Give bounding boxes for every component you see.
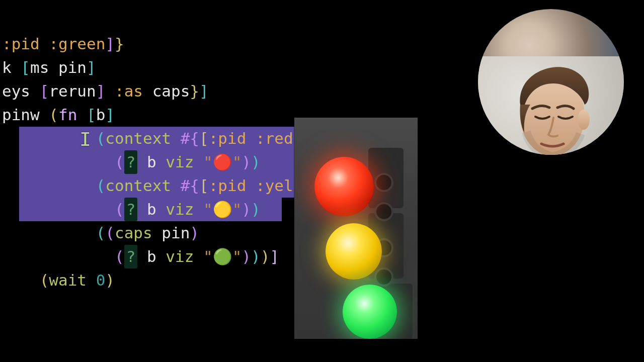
code-token: "	[203, 153, 213, 171]
code-token	[194, 247, 203, 265]
code-line[interactable]: (? b viz "🟡"))	[0, 198, 340, 221]
code-token	[143, 82, 152, 100]
code-token: [	[199, 176, 209, 195]
code-token: ms pin	[30, 58, 87, 76]
code-token: caps	[152, 82, 190, 100]
code-token: viz	[166, 153, 194, 171]
code-token: pin	[162, 224, 190, 242]
code-token: context	[105, 176, 171, 195]
code-token	[40, 35, 49, 53]
unknown-fn-marker: ?	[124, 245, 138, 268]
code-token: ]	[199, 82, 209, 100]
svg-point-3	[578, 110, 590, 130]
code-editor[interactable]: :pid :green]}k [ms pin]eys [rerun] :as c…	[0, 0, 644, 362]
code-token: (	[96, 176, 106, 195]
code-line[interactable]: k [ms pin]	[0, 56, 340, 79]
code-token: fn	[58, 106, 77, 124]
code-line[interactable]: (context #{[:pid :yellow]}	[0, 174, 340, 198]
code-token: )	[251, 153, 261, 171]
code-token: )	[105, 271, 115, 289]
code-line[interactable]: (? b viz "🔴"))	[0, 150, 340, 174]
code-token: b	[137, 153, 166, 171]
code-token	[77, 106, 87, 124]
code-token: (	[49, 106, 58, 124]
code-line[interactable]: (wait 0)	[0, 268, 340, 292]
code-token: "	[203, 247, 213, 265]
code-token: }	[115, 35, 124, 53]
code-token	[152, 224, 162, 242]
code-token: [	[87, 106, 96, 124]
code-token: )	[251, 200, 261, 218]
code-token: ]	[87, 58, 96, 76]
led-yellow-icon	[326, 223, 382, 280]
code-token: context	[105, 129, 171, 147]
code-token: #{	[181, 176, 199, 195]
code-token: (	[115, 247, 124, 265]
code-token: "	[203, 200, 213, 218]
code-token: "	[232, 200, 242, 218]
code-token: )	[242, 200, 251, 218]
code-token: )	[190, 224, 199, 242]
code-token: 0	[96, 271, 106, 289]
emoji-icon: 🔴	[213, 153, 232, 171]
code-token: viz	[166, 247, 194, 265]
code-token: (	[40, 271, 49, 289]
code-token: caps	[115, 224, 152, 242]
code-token: ]	[105, 106, 115, 124]
code-token: }	[190, 82, 199, 100]
code-token	[246, 176, 256, 195]
code-token: [	[40, 82, 49, 100]
code-token	[171, 129, 181, 147]
code-token: [	[199, 129, 209, 147]
code-token: ]	[270, 247, 279, 265]
presenter-webcam	[478, 9, 624, 155]
code-line[interactable]: (? b viz "🟢")))]	[0, 245, 340, 268]
code-token: b	[137, 200, 166, 218]
code-token: wait	[49, 271, 87, 289]
code-token: :green	[49, 35, 105, 53]
code-token: "	[232, 247, 242, 265]
code-token: rerun	[49, 82, 96, 100]
code-token	[194, 200, 203, 218]
emoji-icon: 🟡	[213, 200, 232, 219]
code-token: :pid	[209, 129, 247, 147]
code-token: "	[232, 153, 242, 171]
code-token	[194, 153, 203, 171]
code-token: #{	[181, 129, 199, 147]
led-red-icon	[314, 157, 374, 216]
code-token	[171, 176, 181, 195]
code-token: ]	[96, 82, 106, 100]
code-line[interactable]: (context #{[:pid :red]}	[0, 127, 340, 150]
code-line[interactable]: eys [rerun] :as caps}]	[0, 79, 340, 103]
code-token: )	[242, 153, 251, 171]
code-token: )	[242, 247, 251, 265]
code-token: b	[137, 247, 166, 265]
traffic-light-photo	[294, 118, 418, 339]
code-line[interactable]: :pid :green]}	[0, 32, 340, 56]
code-token: ]	[105, 35, 115, 53]
code-token: (	[96, 129, 106, 147]
code-token: (	[115, 153, 124, 171]
code-token: [	[21, 58, 30, 76]
code-line[interactable]: pinw (fn [b]	[0, 103, 340, 127]
code-line[interactable]: ((caps pin)	[0, 221, 340, 245]
code-token: )	[261, 247, 270, 265]
code-token	[105, 82, 115, 100]
text-cursor-icon: 𝙸	[79, 128, 91, 151]
code-token: :as	[115, 82, 143, 100]
code-token: (	[96, 224, 106, 242]
code-token: :pid	[209, 176, 247, 195]
code-token: (	[115, 200, 124, 218]
code-token: b	[96, 106, 106, 124]
emoji-icon: 🟢	[213, 247, 232, 266]
code-token: )	[251, 247, 261, 265]
code-token	[246, 129, 256, 147]
code-token: viz	[166, 200, 194, 218]
code-token	[87, 271, 96, 289]
led-green-icon	[343, 285, 397, 339]
unknown-fn-marker: ?	[124, 198, 138, 221]
code-token: :red	[256, 129, 293, 147]
unknown-fn-marker: ?	[124, 150, 138, 174]
code-token: (	[105, 224, 115, 242]
code-token: :pid	[2, 35, 40, 53]
